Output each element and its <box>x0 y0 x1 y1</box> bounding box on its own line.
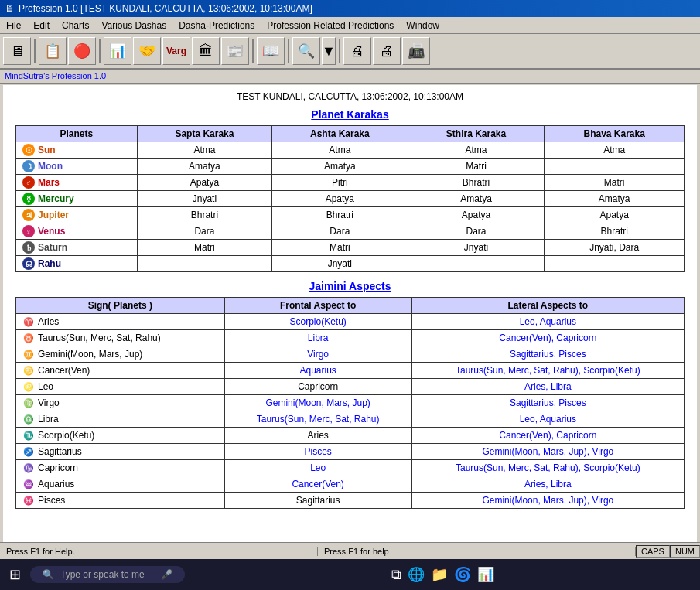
planet-name: Venus <box>38 226 65 237</box>
bhava-cell: Bhratri <box>545 223 685 240</box>
lateral-cell: Gemini(Moon, Mars, Jup), Virgo <box>411 444 684 460</box>
frontal-cell: Capricorn <box>224 379 411 395</box>
lateral-cell: Cancer(Ven), Capricorn <box>411 428 684 444</box>
table-row: ♄ Saturn Matri Matri Jnyati Jnyati, Dara <box>16 240 685 256</box>
taskbar: ⊞ 🔍 Type or speak to me 🎤 ⧉ 🌐 📁 🌀 📊 <box>0 559 700 590</box>
leo-zodiac-icon: ♌ <box>22 380 35 393</box>
ashta-cell: Dara <box>272 223 408 240</box>
sign-name: Aries <box>38 316 59 327</box>
menu-window[interactable]: Window <box>400 19 446 32</box>
planet-name: Rahu <box>38 258 61 269</box>
jaimini-aspects-table: Sign( Planets ) Frontal Aspect to Latera… <box>15 297 685 509</box>
planet-name: Mars <box>38 177 60 188</box>
lateral-cell: Leo, Aquarius <box>411 411 684 428</box>
toolbar-btn-5[interactable]: 🤝 <box>133 37 161 65</box>
moon-icon: ☽ <box>22 160 35 172</box>
table-row: ♓ Pisces Sagittarius Gemini(Moon, Mars, … <box>16 493 685 509</box>
toolbar-sep-5 <box>339 39 340 63</box>
table-row: ♎ Libra Taurus(Sun, Merc, Sat, Rahu) Leo… <box>16 411 685 428</box>
sign-cell: ♌ Leo <box>16 379 225 395</box>
sign-cell: ♑ Capricorn <box>16 460 225 476</box>
toolbar-btn-7[interactable]: 🏛 <box>192 37 220 65</box>
toolbar-btn-print2[interactable]: 🖨 <box>373 37 401 65</box>
planet-cell: ☿ Mercury <box>16 191 138 207</box>
ashta-cell: Apatya <box>272 191 408 207</box>
sign-name: Aquarius <box>38 479 74 489</box>
capricorn-zodiac-icon: ♑ <box>22 462 35 474</box>
toolbar-btn-dropdown[interactable]: ▼ <box>322 37 336 65</box>
bhava-cell <box>545 159 685 175</box>
jaimini-aspects-title: Jaimini Aspects <box>15 280 685 292</box>
col-sthira: Sthira Karaka <box>408 126 545 142</box>
sign-cell: ♓ Pisces <box>16 493 225 509</box>
start-button[interactable]: ⊞ <box>3 563 27 586</box>
table-row: ♏ Scorpio(Ketu) Aries Cancer(Ven), Capri… <box>16 428 685 444</box>
bhava-cell: Amatya <box>545 191 685 207</box>
toolbar-btn-3[interactable]: 🔴 <box>68 37 96 65</box>
lateral-cell: Taurus(Sun, Merc, Sat, Rahu), Scorpio(Ke… <box>411 460 684 476</box>
chrome-icon[interactable]: 🌀 <box>454 566 471 583</box>
bhava-cell: Matri <box>545 175 685 191</box>
edge-icon[interactable]: 🌐 <box>408 566 425 583</box>
planet-cell: ☽ Moon <box>16 159 138 175</box>
taskview-icon[interactable]: ⧉ <box>391 567 401 583</box>
explorer-icon[interactable]: 📁 <box>431 566 448 583</box>
taskbar-center: ⧉ 🌐 📁 🌀 📊 <box>391 566 494 583</box>
bhava-cell: Atma <box>545 142 685 159</box>
cancer-zodiac-icon: ♋ <box>22 364 35 377</box>
toolbar-btn-9[interactable]: 📖 <box>257 37 285 65</box>
toolbar-btn-6[interactable]: Varg <box>162 37 190 65</box>
table-row: ♐ Sagittarius Pisces Gemini(Moon, Mars, … <box>16 444 685 460</box>
menu-profession-predictions[interactable]: Profession Related Predictions <box>261 19 400 32</box>
planet-cell: ♄ Saturn <box>16 240 138 256</box>
sthira-cell: Bhratri <box>408 175 545 191</box>
planet-cell: ☊ Rahu <box>16 256 138 272</box>
caps-badge: CAPS <box>636 545 670 558</box>
menu-various-dashas[interactable]: Various Dashas <box>95 19 172 32</box>
toolbar-btn-print3[interactable]: 📠 <box>402 37 430 65</box>
toolbar-btn-10[interactable]: 🔍 <box>292 37 320 65</box>
menu-dasha-predictions[interactable]: Dasha-Predictions <box>172 19 261 32</box>
sign-cell: ♉ Taurus(Sun, Merc, Sat, Rahu) <box>16 330 225 346</box>
sign-name: Libra <box>38 414 59 425</box>
menu-edit[interactable]: Edit <box>27 19 56 32</box>
menu-file[interactable]: File <box>0 19 27 32</box>
sign-name: Gemini(Moon, Mars, Jup) <box>38 349 142 360</box>
sign-name: Taurus(Sun, Merc, Sat, Rahu) <box>38 333 161 343</box>
num-badge: NUM <box>670 545 700 558</box>
toolbar-btn-8[interactable]: 📰 <box>221 37 249 65</box>
sapta-cell: Bhratri <box>137 207 271 223</box>
sign-name: Leo <box>38 381 53 392</box>
table-row: ♋ Cancer(Ven) Aquarius Taurus(Sun, Merc,… <box>16 363 685 379</box>
lateral-cell: Gemini(Moon, Mars, Jup), Virgo <box>411 493 684 509</box>
col-planets: Planets <box>16 126 138 142</box>
planet-karakas-table: Planets Sapta Karaka Ashta Karaka Sthira… <box>15 125 685 272</box>
saturn-icon: ♄ <box>22 241 35 254</box>
sign-cell: ♊ Gemini(Moon, Mars, Jup) <box>16 346 225 363</box>
toolbar-btn-1[interactable]: 🖥 <box>3 37 31 65</box>
lateral-cell: Sagittarius, Pisces <box>411 395 684 411</box>
lateral-cell: Aries, Libra <box>411 476 684 493</box>
frontal-cell: Leo <box>224 460 411 476</box>
table-row: ♒ Aquarius Cancer(Ven) Aries, Libra <box>16 476 685 493</box>
search-bar[interactable]: 🔍 Type or speak to me 🎤 <box>30 566 185 583</box>
app-icon-2[interactable]: 📊 <box>477 566 494 583</box>
frontal-cell: Virgo <box>224 346 411 363</box>
col-bhava: Bhava Karaka <box>545 126 685 142</box>
title-bar: 🖥 Profession 1.0 [TEST KUNDALI, CALCUTTA… <box>0 0 700 17</box>
col-sapta: Sapta Karaka <box>137 126 271 142</box>
planet-cell: ♂ Mars <box>16 175 138 191</box>
ashta-cell: Bhratri <box>272 207 408 223</box>
sign-name: Cancer(Ven) <box>38 365 90 376</box>
gemini-zodiac-icon: ♊ <box>22 348 35 360</box>
status-bar: Press F1 for Help. Press F1 for help CAP… <box>0 542 700 559</box>
menu-charts[interactable]: Charts <box>56 19 95 32</box>
table-row: ♂ Mars Apatya Pitri Bhratri Matri <box>16 175 685 191</box>
col-lateral: Lateral Aspects to <box>411 298 684 314</box>
toolbar-btn-4[interactable]: 📊 <box>104 37 131 65</box>
mic-icon: 🎤 <box>161 569 172 580</box>
mindsutra-link[interactable]: MindSutra's Profession 1.0 <box>5 71 106 80</box>
ashta-cell: Pitri <box>272 175 408 191</box>
toolbar-btn-2[interactable]: 📋 <box>39 37 67 65</box>
toolbar-btn-print[interactable]: 🖨 <box>343 37 371 65</box>
